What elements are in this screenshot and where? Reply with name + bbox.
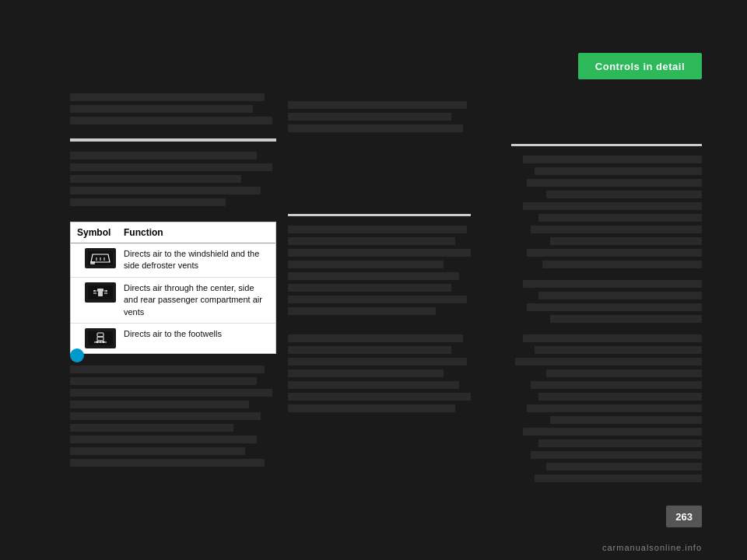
text-block bbox=[535, 346, 702, 354]
center-vent-icon bbox=[85, 282, 116, 303]
svg-rect-7 bbox=[97, 289, 103, 292]
text-block bbox=[527, 249, 702, 257]
left-section-divider bbox=[70, 138, 276, 142]
text-block bbox=[550, 237, 702, 245]
text-block bbox=[523, 334, 702, 342]
text-block bbox=[70, 163, 272, 171]
svg-rect-15 bbox=[88, 331, 113, 345]
svg-rect-8 bbox=[98, 292, 103, 296]
text-block bbox=[70, 401, 249, 408]
text-block bbox=[535, 474, 702, 482]
text-block bbox=[538, 393, 702, 401]
text-block bbox=[527, 303, 702, 311]
text-block bbox=[523, 202, 702, 210]
table-row: Directs air to the windshield and the si… bbox=[71, 243, 275, 278]
text-block bbox=[288, 124, 463, 132]
symbol-cell bbox=[77, 248, 124, 268]
text-block bbox=[70, 175, 241, 183]
text-block bbox=[70, 117, 272, 124]
text-block bbox=[550, 416, 702, 424]
text-block bbox=[538, 292, 702, 299]
table-header: Symbol Function bbox=[71, 222, 275, 243]
column-symbol-header: Symbol bbox=[77, 227, 124, 238]
text-block bbox=[70, 459, 265, 467]
text-block bbox=[527, 404, 702, 412]
center-vent-function-text: Directs air through the center, side and… bbox=[124, 282, 269, 318]
page-number-box: 263 bbox=[666, 506, 702, 527]
text-block bbox=[546, 369, 702, 377]
text-block bbox=[538, 214, 702, 222]
text-block bbox=[546, 463, 702, 471]
text-block bbox=[531, 381, 702, 389]
text-block bbox=[288, 381, 459, 389]
svg-rect-5 bbox=[90, 261, 95, 264]
text-block bbox=[70, 447, 245, 455]
text-block bbox=[535, 167, 702, 175]
text-block bbox=[288, 369, 444, 377]
text-block bbox=[288, 237, 455, 245]
symbol-function-table: Symbol Function Directs air to bbox=[70, 222, 276, 354]
section-header-title: Controls in detail bbox=[595, 61, 685, 72]
table-row: Directs air to the footwells bbox=[71, 324, 275, 353]
right-section-divider bbox=[511, 144, 702, 146]
text-block bbox=[70, 187, 261, 194]
text-block bbox=[70, 105, 253, 113]
mid-section-divider bbox=[288, 214, 471, 216]
table-row: Directs air through the center, side and… bbox=[71, 278, 275, 324]
text-block bbox=[288, 393, 471, 401]
symbol-cell bbox=[77, 328, 124, 348]
text-block bbox=[70, 412, 261, 420]
text-block bbox=[288, 226, 467, 233]
text-block bbox=[288, 334, 463, 342]
text-block bbox=[523, 428, 702, 436]
bullet-point bbox=[70, 348, 84, 362]
column-function-header: Function bbox=[124, 227, 163, 238]
text-block bbox=[70, 436, 257, 443]
text-block bbox=[288, 284, 451, 292]
text-block bbox=[538, 439, 702, 447]
text-block bbox=[70, 152, 257, 159]
text-block bbox=[288, 404, 455, 412]
text-block bbox=[70, 424, 233, 432]
text-block bbox=[531, 451, 702, 459]
text-block bbox=[523, 280, 702, 288]
section-header-bar: Controls in detail bbox=[578, 53, 702, 79]
footwell-icon bbox=[85, 328, 116, 348]
text-block bbox=[531, 226, 702, 233]
text-block bbox=[288, 346, 451, 354]
text-block bbox=[288, 307, 436, 315]
page-number: 263 bbox=[675, 511, 693, 523]
text-block bbox=[288, 296, 467, 303]
watermark: carmanualsonline.info bbox=[602, 543, 702, 552]
text-block bbox=[70, 366, 265, 373]
text-block bbox=[515, 358, 702, 366]
text-block bbox=[288, 249, 471, 257]
text-block bbox=[546, 191, 702, 198]
text-block bbox=[542, 261, 702, 268]
text-block bbox=[288, 261, 444, 268]
text-block bbox=[288, 113, 451, 121]
text-block bbox=[288, 272, 459, 280]
text-block bbox=[70, 93, 265, 101]
windshield-function-text: Directs air to the windshield and the si… bbox=[124, 248, 269, 272]
text-block bbox=[550, 315, 702, 323]
footwell-function-text: Directs air to the footwells bbox=[124, 328, 269, 340]
text-block bbox=[70, 198, 226, 206]
text-block bbox=[70, 389, 272, 397]
text-block bbox=[288, 358, 467, 366]
text-block bbox=[523, 156, 702, 163]
text-block bbox=[527, 179, 702, 187]
text-block bbox=[288, 101, 467, 109]
text-block bbox=[70, 377, 257, 385]
symbol-cell bbox=[77, 282, 124, 303]
windshield-icon bbox=[85, 248, 116, 268]
